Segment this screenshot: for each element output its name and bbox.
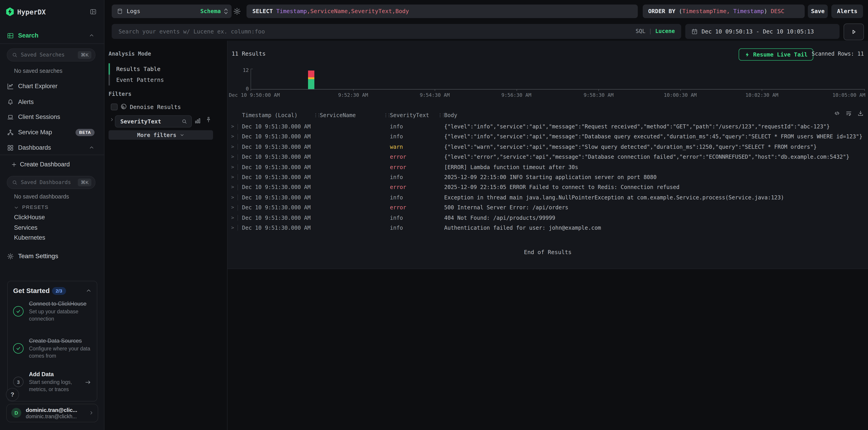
column-header-timestamp: Timestamp (Local) — [242, 110, 298, 120]
mode-track — [108, 75, 110, 86]
chevron-down-icon — [13, 205, 19, 210]
column-header-severitytext: SeverityText — [390, 110, 429, 120]
mode-sql[interactable]: SQL — [636, 28, 646, 34]
bar-segment-info — [308, 79, 315, 89]
row-expand-icon[interactable]: > — [231, 213, 234, 223]
laptop-icon — [7, 113, 14, 121]
preset-item[interactable]: Services — [14, 223, 45, 233]
sidebar-item-search[interactable]: Search — [0, 28, 104, 43]
table-row[interactable]: >Dec 10 9:51:30.000 AMinfo2025-12-09 22:… — [227, 172, 868, 183]
mode-results-table[interactable]: Results Table — [116, 64, 161, 75]
search-icon[interactable] — [181, 119, 187, 124]
filter-field-name: SeverityText — [120, 116, 161, 127]
x-axis-tick-label: 9:56:30 AM — [501, 92, 531, 98]
sidebar-collapse-icon[interactable] — [90, 8, 97, 15]
mode-event-patterns[interactable]: Event Patterns — [116, 75, 164, 86]
alerts-button[interactable]: Alerts — [831, 4, 863, 18]
help-button[interactable]: ? — [6, 388, 19, 401]
denoise-checkbox[interactable] — [111, 104, 118, 110]
row-expand-icon[interactable]: > — [231, 192, 234, 203]
table-row[interactable]: >Dec 10 9:51:30.000 AMerror500 Internal … — [227, 203, 868, 213]
wrap-text-icon[interactable] — [845, 110, 852, 117]
cell-body: {"level":"info","service":"api","message… — [444, 122, 866, 132]
table-row[interactable]: >Dec 10 9:51:30.000 AMinfo{"level":"info… — [227, 122, 868, 132]
row-expand-icon[interactable]: > — [231, 142, 234, 152]
table-row[interactable]: >Dec 10 9:51:30.000 AMerror2025-12-09 22… — [227, 183, 868, 193]
row-expand-icon[interactable]: > — [231, 162, 234, 172]
row-expand-icon[interactable]: > — [231, 172, 234, 183]
run-query-button[interactable] — [844, 24, 864, 40]
x-axis-tick — [353, 89, 353, 91]
get-started-step-1[interactable]: Connect to ClickHouse Set up your databa… — [13, 300, 93, 322]
source-select[interactable]: Logs Schema — [112, 4, 231, 18]
table-row[interactable]: >Dec 10 9:51:30.000 AMwarn{"level":"warn… — [227, 142, 868, 152]
y-axis — [251, 69, 251, 89]
column-drag-handle[interactable]: ⋮⋮ — [383, 110, 390, 120]
table-row[interactable]: >Dec 10 9:51:30.000 AMinfo{"level":"info… — [227, 132, 868, 142]
table-row[interactable]: >Dec 10 9:51:30.000 AMerror{"level":"err… — [227, 152, 868, 162]
saved-searches-input[interactable]: Saved Searches ⌘K — [7, 48, 95, 62]
sidebar-item-dashboards[interactable]: Dashboards — [0, 140, 104, 156]
table-row[interactable]: >Dec 10 9:51:30.000 AMerror[ERROR] Lambd… — [227, 162, 868, 172]
cell-body: {"level":"info","service":"api","message… — [444, 132, 866, 142]
column-drag-handle[interactable]: ⋮⋮ — [438, 110, 444, 120]
select-clause-input[interactable]: SELECT Timestamp,ServiceName,SeverityTex… — [247, 4, 638, 18]
get-started-step-2[interactable]: Create Data Sources Configure where your… — [13, 337, 93, 360]
row-expand-icon[interactable]: > — [231, 223, 234, 233]
user-menu[interactable]: D dominic.tran@clic... dominic.tran@clic… — [6, 404, 98, 422]
chevron-up-icon[interactable] — [89, 33, 95, 38]
preset-item[interactable]: Kubernetes — [14, 233, 45, 243]
cell-body: [ERROR] Lambda function timeout after 30… — [444, 162, 866, 172]
chart-explorer-icon — [7, 83, 14, 90]
row-expand-icon[interactable]: > — [231, 122, 234, 132]
table-row[interactable]: >Dec 10 9:51:30.000 AMinfo404 Not Found:… — [227, 213, 868, 223]
chart-bar[interactable] — [308, 70, 315, 89]
results-panel: 11 Results Resume Live Tail Scanned Rows… — [227, 41, 868, 269]
more-filters-button[interactable]: More filters — [108, 130, 213, 140]
dashboards-icon — [7, 144, 14, 152]
mode-lucene[interactable]: Lucene — [655, 28, 675, 34]
sidebar-item-service-map[interactable]: Service Map BETA — [0, 125, 104, 140]
denoise-label[interactable]: Denoise Results — [130, 104, 181, 110]
sidebar-item-team-settings[interactable]: Team Settings — [0, 250, 104, 263]
preset-item[interactable]: ClickHouse — [14, 212, 45, 223]
source-settings-gear-icon[interactable] — [233, 7, 241, 15]
saved-dashboards-input[interactable]: Saved Dashboards ⌘K — [7, 176, 95, 189]
step-subtitle: Configure where your data comes from — [29, 345, 93, 360]
x-axis-tick-label: 9:58:30 AM — [584, 92, 614, 98]
table-row[interactable]: >Dec 10 9:51:30.000 AMinfoAuthentication… — [227, 223, 868, 233]
row-expand-icon[interactable]: > — [231, 203, 234, 213]
source-value: Logs — [127, 4, 140, 18]
cell-timestamp: Dec 10 9:51:30.000 AM — [242, 122, 318, 132]
date-range-picker[interactable]: Dec 10 09:50:13 - Dec 10 10:05:13 — [685, 24, 839, 39]
table-row[interactable]: >Dec 10 9:51:30.000 AMinfoException in t… — [227, 192, 868, 203]
saved-searches-placeholder: Saved Searches — [21, 49, 65, 61]
code-view-icon[interactable] — [834, 110, 840, 117]
create-dashboard-button[interactable]: Create Dashboard — [0, 159, 104, 171]
presets-toggle[interactable]: PRESETS — [0, 203, 104, 211]
sidebar-item-client-sessions[interactable]: Client Sessions — [0, 109, 104, 125]
get-started-step-3[interactable]: 3 Add Data Start sending logs, metrics, … — [13, 371, 93, 393]
chart-bars-icon[interactable] — [194, 117, 201, 124]
x-axis-tick-label: Dec 10 9:50:00 AM — [229, 92, 280, 98]
column-drag-handle[interactable]: ⋮⋮ — [313, 110, 320, 120]
cell-timestamp: Dec 10 9:51:30.000 AM — [242, 142, 318, 152]
row-expand-icon[interactable]: > — [231, 132, 234, 142]
divider — [0, 43, 104, 44]
severity-filter-field[interactable]: SeverityText — [115, 115, 192, 128]
resume-live-tail-button[interactable]: Resume Live Tail — [739, 48, 813, 61]
cell-body: 404 Not Found: /api/products/99999 — [444, 213, 866, 223]
chevron-up-icon[interactable] — [89, 145, 95, 151]
user-name: dominic.tran@clic... — [26, 407, 94, 413]
download-icon[interactable] — [857, 110, 864, 117]
search-input[interactable]: Search your events w/ Lucene ex. column:… — [112, 24, 681, 39]
filter-expand-chevron-icon[interactable] — [110, 117, 115, 122]
chevron-up-icon[interactable] — [86, 288, 92, 294]
pin-icon[interactable] — [205, 116, 212, 124]
order-by-input[interactable]: ORDER BY (TimestampTime, Timestamp) DESC — [643, 4, 805, 18]
save-button[interactable]: Save — [808, 4, 828, 18]
row-expand-icon[interactable]: > — [231, 183, 234, 193]
sidebar-item-alerts[interactable]: Alerts — [0, 95, 104, 110]
sidebar-item-chart-explorer[interactable]: Chart Explorer — [0, 79, 104, 94]
row-expand-icon[interactable]: > — [231, 152, 234, 162]
